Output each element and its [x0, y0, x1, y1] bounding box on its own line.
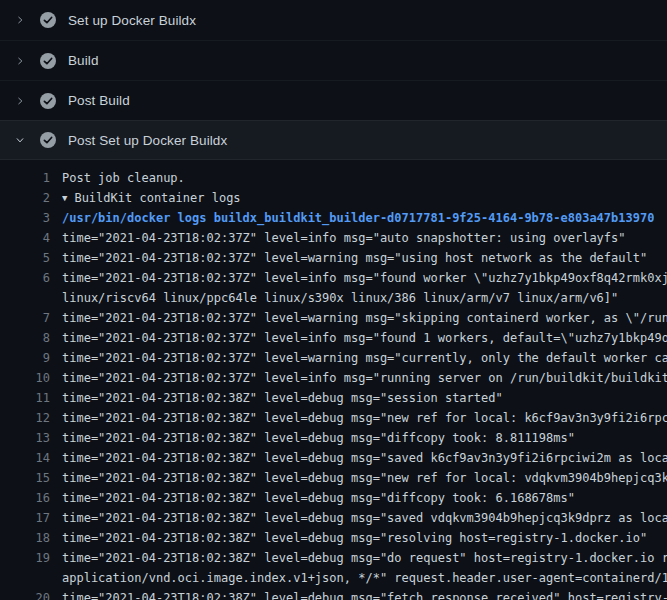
log-line-text: time="2021-04-23T18:02:38Z" level=debug … [62, 468, 667, 488]
log-line: 18 time="2021-04-23T18:02:38Z" level=deb… [0, 528, 667, 548]
log-line: 16 time="2021-04-23T18:02:38Z" level=deb… [0, 488, 667, 508]
log-line-content: time="2021-04-23T18:02:38Z" level=debug … [62, 448, 667, 468]
log-line: 14 time="2021-04-23T18:02:38Z" level=deb… [0, 448, 667, 468]
log-line-number[interactable]: 15 [0, 468, 50, 488]
step-label: Build [68, 53, 99, 68]
log-line: 20 time="2021-04-23T18:02:38Z" level=deb… [0, 588, 667, 600]
log-line: 12 time="2021-04-23T18:02:38Z" level=deb… [0, 408, 667, 428]
log-line-number[interactable]: 14 [0, 448, 50, 468]
log-line-number[interactable]: 3 [0, 208, 50, 228]
check-circle-icon [40, 93, 56, 109]
log-line-number[interactable]: 20 [0, 588, 50, 600]
log-line-content: time="2021-04-23T18:02:38Z" level=debug … [62, 588, 667, 600]
log-line: 9 time="2021-04-23T18:02:37Z" level=warn… [0, 348, 667, 368]
log-line-number[interactable]: 6 [0, 268, 50, 288]
log-line-number[interactable]: 16 [0, 488, 50, 508]
log-line-number[interactable]: 1 [0, 168, 50, 188]
log-line-content: linux/riscv64 linux/ppc64le linux/s390x … [62, 288, 667, 308]
log-line-text: time="2021-04-23T18:02:38Z" level=debug … [62, 588, 667, 600]
log-group-caret-icon[interactable]: ▼ [62, 188, 67, 208]
step-header-post-set-up-docker-buildx[interactable]: Post Set up Docker Buildx [0, 120, 667, 160]
log-line-text: time="2021-04-23T18:02:37Z" level=warnin… [62, 348, 667, 368]
log-line-text: time="2021-04-23T18:02:38Z" level=debug … [62, 548, 667, 568]
log-line-content: /usr/bin/docker logs buildx_buildkit_bui… [62, 208, 667, 228]
log-line-number[interactable]: 2 [0, 188, 50, 208]
log-line: 6 time="2021-04-23T18:02:37Z" level=info… [0, 268, 667, 288]
log-line: 11 time="2021-04-23T18:02:38Z" level=deb… [0, 388, 667, 408]
log-line-text: /usr/bin/docker logs buildx_buildkit_bui… [62, 208, 654, 228]
log-line: application/vnd.oci.image.index.v1+json,… [0, 568, 667, 588]
chevron-right-icon [12, 93, 28, 109]
log-line-text: BuildKit container logs [74, 188, 240, 208]
log-line-content: time="2021-04-23T18:02:38Z" level=debug … [62, 388, 667, 408]
log-line-text: time="2021-04-23T18:02:37Z" level=info m… [62, 228, 626, 248]
step-list: Set up Docker Buildx Build P [0, 0, 667, 160]
log-line-number[interactable]: 8 [0, 328, 50, 348]
log-line-text: time="2021-04-23T18:02:37Z" level=info m… [62, 368, 667, 388]
log-line-content: time="2021-04-23T18:02:37Z" level=warnin… [62, 248, 667, 268]
log-line-number[interactable]: 7 [0, 308, 50, 328]
log-body: 1 Post job cleanup. 2 ▼ BuildKit contain… [0, 160, 667, 600]
step-header-post-build[interactable]: Post Build [0, 80, 667, 120]
log-line-number[interactable]: 17 [0, 508, 50, 528]
log-line-text: time="2021-04-23T18:02:38Z" level=debug … [62, 488, 575, 508]
log-line-number[interactable]: 4 [0, 228, 50, 248]
log-line-content: time="2021-04-23T18:02:38Z" level=debug … [62, 528, 667, 548]
log-line-number[interactable]: 13 [0, 428, 50, 448]
log-line: 17 time="2021-04-23T18:02:38Z" level=deb… [0, 508, 667, 528]
log-line: 10 time="2021-04-23T18:02:37Z" level=inf… [0, 368, 667, 388]
log-line-content: time="2021-04-23T18:02:37Z" level=info m… [62, 328, 667, 348]
log-line-text: time="2021-04-23T18:02:38Z" level=debug … [62, 408, 667, 428]
log-line: 2 ▼ BuildKit container logs [0, 188, 667, 208]
log-line-content: time="2021-04-23T18:02:38Z" level=debug … [62, 428, 667, 448]
chevron-right-icon [12, 12, 28, 28]
log-line: 3 /usr/bin/docker logs buildx_buildkit_b… [0, 208, 667, 228]
log-line-number[interactable]: 12 [0, 408, 50, 428]
log-line-content: time="2021-04-23T18:02:37Z" level=warnin… [62, 348, 667, 368]
log-line-number[interactable]: 11 [0, 388, 50, 408]
log-line-content: time="2021-04-23T18:02:37Z" level=info m… [62, 368, 667, 388]
step-label: Post Set up Docker Buildx [68, 133, 227, 148]
log-line-text: linux/riscv64 linux/ppc64le linux/s390x … [62, 288, 618, 308]
log-line: 19 time="2021-04-23T18:02:38Z" level=deb… [0, 548, 667, 568]
log-line-content: Post job cleanup. [62, 168, 667, 188]
step-label: Set up Docker Buildx [68, 13, 196, 28]
log-line-text: time="2021-04-23T18:02:37Z" level=info m… [62, 328, 667, 348]
log-line-text: time="2021-04-23T18:02:37Z" level=info m… [62, 268, 667, 288]
step-header-build[interactable]: Build [0, 40, 667, 80]
log-line-text: time="2021-04-23T18:02:37Z" level=warnin… [62, 308, 667, 328]
log-line-text: time="2021-04-23T18:02:38Z" level=debug … [62, 528, 647, 548]
log-line-text: time="2021-04-23T18:02:38Z" level=debug … [62, 448, 667, 468]
log-line-content: ▼ BuildKit container logs [62, 188, 667, 208]
log-line-text: Post job cleanup. [62, 168, 185, 188]
log-line-number[interactable]: 18 [0, 528, 50, 548]
log-line-text: time="2021-04-23T18:02:37Z" level=warnin… [62, 248, 647, 268]
log-line-text: time="2021-04-23T18:02:38Z" level=debug … [62, 428, 575, 448]
log-line-number[interactable]: 19 [0, 548, 50, 568]
log-line-content: time="2021-04-23T18:02:38Z" level=debug … [62, 468, 667, 488]
actions-log-viewer: Set up Docker Buildx Build P [0, 0, 667, 600]
log-line: 4 time="2021-04-23T18:02:37Z" level=info… [0, 228, 667, 248]
log-line: linux/riscv64 linux/ppc64le linux/s390x … [0, 288, 667, 308]
check-circle-icon [40, 53, 56, 69]
step-header-set-up-docker-buildx[interactable]: Set up Docker Buildx [0, 0, 667, 40]
log-line-content: time="2021-04-23T18:02:37Z" level=info m… [62, 228, 667, 248]
chevron-right-icon [12, 53, 28, 69]
step-label: Post Build [68, 93, 130, 108]
log-line-content: time="2021-04-23T18:02:37Z" level=warnin… [62, 308, 667, 328]
check-circle-icon [40, 132, 56, 148]
log-line-text: application/vnd.oci.image.index.v1+json,… [62, 568, 667, 588]
log-line-number[interactable] [0, 288, 50, 308]
log-line-content: time="2021-04-23T18:02:38Z" level=debug … [62, 548, 667, 568]
log-line-content: time="2021-04-23T18:02:37Z" level=info m… [62, 268, 667, 288]
log-line: 8 time="2021-04-23T18:02:37Z" level=info… [0, 328, 667, 348]
check-circle-icon [40, 12, 56, 28]
log-line-content: time="2021-04-23T18:02:38Z" level=debug … [62, 508, 667, 528]
log-line-number[interactable]: 10 [0, 368, 50, 388]
log-line-number[interactable] [0, 568, 50, 588]
log-line-number[interactable]: 9 [0, 348, 50, 368]
log-line-number[interactable]: 5 [0, 248, 50, 268]
log-line: 13 time="2021-04-23T18:02:38Z" level=deb… [0, 428, 667, 448]
log-line-content: time="2021-04-23T18:02:38Z" level=debug … [62, 488, 667, 508]
log-line-text: time="2021-04-23T18:02:38Z" level=debug … [62, 508, 667, 528]
